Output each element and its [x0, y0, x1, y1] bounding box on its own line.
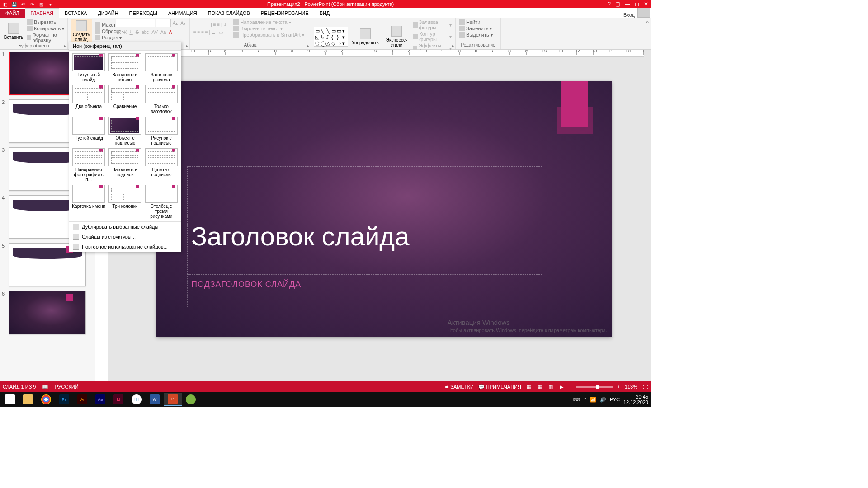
copy-button[interactable]: Копировать ▾: [26, 25, 65, 32]
zoom-out-icon[interactable]: −: [569, 384, 572, 389]
dialog-launcher-icon[interactable]: ⬊: [63, 44, 66, 48]
title-placeholder[interactable]: Заголовок слайда: [187, 166, 542, 275]
start-from-beginning-icon[interactable]: ▧: [38, 1, 44, 7]
normal-view-icon[interactable]: ▦: [526, 384, 532, 390]
layout-item[interactable]: Сравнение: [107, 84, 142, 115]
shape-fill-button[interactable]: Заливка фигуры ▾: [412, 19, 453, 31]
align-text-button[interactable]: Выровнять текст ▾: [232, 25, 305, 32]
spellcheck-icon[interactable]: 📖: [42, 384, 48, 390]
tab-home[interactable]: ГЛАВНАЯ: [25, 8, 59, 18]
duplicate-slides-item[interactable]: Дублировать выбранные слайды: [69, 222, 181, 232]
new-slide-button[interactable]: Создать слайд: [71, 19, 92, 43]
layout-item[interactable]: Панорамная фотография с п...: [71, 147, 106, 183]
save-icon[interactable]: 💾: [11, 1, 17, 7]
help-icon[interactable]: ?: [608, 1, 611, 7]
zoom-slider[interactable]: [576, 386, 613, 388]
maximize-icon[interactable]: ◻: [635, 1, 639, 7]
subtitle-placeholder[interactable]: ПОДЗАГОЛОВОК СЛАЙДА: [187, 276, 542, 307]
network-icon[interactable]: 📶: [590, 397, 596, 403]
ribbon-options-icon[interactable]: ▢: [615, 1, 620, 7]
tab-transitions[interactable]: ПЕРЕХОДЫ: [124, 9, 163, 18]
accent-shape: [561, 81, 588, 127]
redo-icon[interactable]: ↷: [29, 1, 35, 7]
close-icon[interactable]: ✕: [644, 1, 648, 7]
app-icon-2[interactable]: [182, 393, 200, 406]
quick-styles-button[interactable]: Экспресс-стили: [382, 25, 411, 48]
tab-design[interactable]: ДИЗАЙН: [92, 9, 123, 18]
layout-item[interactable]: Заголовок раздела: [144, 52, 179, 83]
fit-to-window-icon[interactable]: ⛶: [642, 384, 648, 390]
shapes-gallery[interactable]: ▭╲╲▭▭▾ ◺↳⤴{}▾ ⬠◯△◇⇨▾: [314, 27, 348, 47]
powerpoint-icon[interactable]: P: [164, 393, 182, 406]
photoshop-icon[interactable]: Ps: [55, 393, 73, 406]
collapse-ribbon-icon[interactable]: ^: [644, 18, 651, 49]
volume-icon[interactable]: 🔊: [600, 397, 606, 403]
shape-outline-button[interactable]: Контур фигуры ▾: [412, 31, 453, 42]
minimize-icon[interactable]: —: [625, 1, 630, 7]
layout-item[interactable]: Цитата с подписью: [144, 147, 179, 183]
word-icon[interactable]: W: [146, 393, 164, 406]
dialog-launcher-icon[interactable]: ⬊: [185, 44, 189, 48]
slide-counter[interactable]: СЛАЙД 1 ИЗ 9: [3, 384, 36, 390]
keyboard-icon[interactable]: ⌨: [573, 397, 580, 403]
slide-editor[interactable]: Заголовок слайда ПОДЗАГОЛОВОК СЛАЙДА Акт…: [156, 81, 612, 337]
zoom-in-icon[interactable]: +: [617, 384, 620, 389]
arrange-button[interactable]: Упорядочить: [350, 28, 381, 46]
cut-button[interactable]: Вырезать: [26, 19, 65, 25]
sign-in-link[interactable]: Вход: [621, 12, 637, 18]
layout-item[interactable]: Заголовок и объект: [107, 52, 142, 83]
dialog-launcher-icon[interactable]: ⬊: [451, 44, 454, 48]
layout-item[interactable]: Титульный слайд: [71, 52, 106, 83]
layout-item[interactable]: Два объекта: [71, 84, 106, 115]
start-button[interactable]: [1, 393, 19, 406]
font-size-combo[interactable]: [156, 19, 171, 27]
convert-smartart-button[interactable]: Преобразовать в SmartArt ▾: [232, 32, 305, 38]
layout-item[interactable]: Только заголовок: [144, 84, 179, 115]
tray-expand-icon[interactable]: ^: [584, 397, 586, 402]
thumbnail-slide-6[interactable]: [9, 291, 86, 334]
tab-file[interactable]: ФАЙЛ: [0, 9, 25, 18]
file-explorer-icon[interactable]: [19, 393, 37, 406]
language-indicator[interactable]: РУССКИЙ: [55, 384, 78, 390]
layout-item[interactable]: Три колонки: [107, 184, 142, 220]
chrome-icon[interactable]: [37, 393, 55, 406]
select-button[interactable]: Выделить ▾: [458, 32, 498, 38]
grow-font-icon[interactable]: A▴: [172, 20, 179, 26]
layout-item[interactable]: Рисунок с подписью: [144, 116, 179, 146]
shrink-font-icon[interactable]: A▾: [179, 20, 187, 26]
reading-view-icon[interactable]: ▥: [547, 384, 554, 390]
tab-slideshow[interactable]: ПОКАЗ СЛАЙДОВ: [203, 9, 255, 18]
slideshow-view-icon[interactable]: ▶: [558, 384, 565, 390]
sorter-view-icon[interactable]: ▦: [537, 384, 543, 390]
paste-button[interactable]: Вставить: [3, 22, 24, 41]
layout-item[interactable]: Объект с подписью: [107, 116, 142, 146]
aftereffects-icon[interactable]: Ae: [91, 393, 109, 406]
clock[interactable]: 20:4512.12.2020: [623, 394, 648, 405]
app-icon[interactable]: Ш: [127, 393, 146, 406]
find-button[interactable]: Найти: [458, 19, 498, 25]
notes-button[interactable]: ≐ ЗАМЕТКИ: [445, 384, 474, 390]
slides-from-outline-item[interactable]: Слайды из структуры...: [69, 232, 181, 242]
reuse-slides-item[interactable]: Повторное использование слайдов...: [69, 242, 181, 252]
tab-view[interactable]: ВИД: [314, 9, 335, 18]
layout-item[interactable]: Заголовок и подпись: [107, 147, 142, 183]
tab-review[interactable]: РЕЦЕНЗИРОВАНИЕ: [255, 9, 314, 18]
layout-item[interactable]: Пустой слайд: [71, 116, 106, 146]
tab-insert[interactable]: ВСТАВКА: [59, 9, 92, 18]
input-lang[interactable]: РУС: [610, 397, 620, 402]
format-painter-button[interactable]: Формат по образцу: [26, 32, 65, 43]
illustrator-icon[interactable]: Ai: [73, 393, 91, 406]
dialog-launcher-icon[interactable]: ⬊: [307, 44, 310, 48]
zoom-value[interactable]: 113%: [625, 384, 637, 389]
layout-item[interactable]: Столбец с тремя рисунками: [144, 184, 179, 220]
layout-item[interactable]: Карточка имени: [71, 184, 106, 220]
replace-button[interactable]: Заменить ▾: [458, 25, 498, 32]
avatar-icon[interactable]: [637, 8, 650, 18]
qat-customize-icon[interactable]: ▾: [47, 1, 53, 7]
indesign-icon[interactable]: Id: [109, 393, 127, 406]
comments-button[interactable]: 💬 ПРИМЕЧАНИЯ: [478, 384, 521, 390]
undo-icon[interactable]: ↶: [20, 1, 26, 7]
tab-animation[interactable]: АНИМАЦИЯ: [163, 9, 203, 18]
font-name-combo[interactable]: [116, 19, 155, 27]
text-direction-button[interactable]: Направление текста ▾: [232, 19, 305, 25]
